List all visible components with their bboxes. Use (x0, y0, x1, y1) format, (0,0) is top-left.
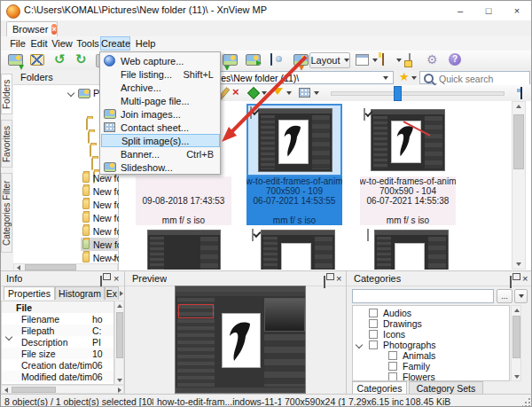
scroll-thumb[interactable] (12, 387, 56, 393)
scroll-down-icon[interactable] (117, 379, 122, 382)
thumbnail-checkbox-checked[interactable] (250, 106, 252, 119)
settings-gear-icon[interactable]: ⚙ (426, 52, 438, 67)
property-row[interactable]: Creation date/time 06 (2, 359, 113, 371)
menu-view[interactable]: View (51, 36, 74, 51)
thumbnails-v-scrollbar[interactable] (512, 101, 526, 270)
category-row[interactable]: Photographs (353, 340, 509, 350)
folder-icon[interactable] (86, 118, 88, 130)
folder-icon[interactable] (91, 158, 93, 170)
category-row[interactable]: Family (353, 361, 509, 372)
thumbnail-size-slider-handle[interactable] (394, 86, 402, 101)
info-h-scrollbar[interactable] (1, 385, 124, 394)
checkbox-unchecked[interactable] (369, 309, 378, 317)
category-row[interactable]: Icons (353, 329, 509, 340)
copy-to-icon[interactable] (223, 54, 238, 66)
checkbox-unchecked[interactable] (388, 372, 397, 381)
scroll-thumb[interactable] (513, 114, 524, 169)
scroll-up-icon[interactable] (516, 105, 521, 108)
scroll-thumb[interactable] (25, 264, 76, 270)
folder-row[interactable]: New folder (1 (82, 224, 119, 238)
expand-chevron-icon[interactable] (356, 341, 363, 348)
clear-filter-icon[interactable]: × (232, 86, 239, 98)
filter-funnel-icon[interactable] (272, 88, 283, 95)
thumbnail-image[interactable] (371, 109, 445, 171)
browser-tab[interactable]: Browser × (6, 21, 58, 36)
float-panel-icon[interactable] (324, 276, 325, 288)
menu-item-archive[interactable]: Archive... (101, 81, 220, 94)
folder-row-selected[interactable]: New folder (1 (81, 238, 121, 251)
menu-edit[interactable]: Edit (29, 36, 49, 51)
thumbnail-image[interactable] (258, 108, 332, 172)
scroll-left-icon[interactable] (4, 387, 8, 393)
menu-file[interactable]: File (8, 36, 27, 51)
close-panel-icon[interactable]: × (336, 274, 341, 283)
folder-icon[interactable] (88, 131, 90, 144)
thumbnail-selected[interactable] (246, 104, 342, 176)
scroll-down-icon[interactable] (514, 375, 520, 379)
view-mode-dropdown-icon[interactable] (314, 91, 319, 95)
thumbnail-size-slider-track[interactable] (331, 91, 505, 96)
property-row[interactable]: Modified date/time 06 (2, 371, 113, 382)
address-dropdown-icon[interactable] (383, 76, 388, 80)
maximize-button[interactable]: □ (474, 2, 503, 20)
categories-v-scrollbar[interactable] (511, 305, 521, 381)
thumbnail-checkbox-checked[interactable] (252, 229, 254, 241)
scroll-thumb[interactable] (116, 312, 123, 358)
menu-create[interactable]: Create (100, 36, 130, 51)
menu-help[interactable]: Help (134, 36, 157, 51)
menu-item-contact-sheet[interactable]: Contact sheet... (101, 121, 220, 134)
thumbnail-image[interactable] (374, 230, 449, 270)
menu-tools[interactable]: Tools (75, 36, 100, 51)
tab-exif[interactable]: Ex (105, 286, 119, 300)
rotate-right-icon[interactable]: ↻ (75, 52, 87, 67)
menu-item-slideshow[interactable]: Slideshow... (101, 160, 220, 174)
thumbnail-image[interactable] (147, 230, 221, 270)
bookmark-icon[interactable] (382, 53, 384, 66)
fullscreen-icon[interactable] (30, 54, 44, 66)
property-row[interactable]: File size 10 (2, 348, 113, 359)
panes-layout-icon[interactable] (520, 87, 522, 99)
search-input[interactable] (437, 72, 529, 85)
export-image-icon[interactable] (293, 54, 309, 66)
tab-histogram[interactable]: Histogram (55, 286, 105, 300)
menu-item-multi-page-file[interactable]: Multi-page file... (101, 94, 220, 107)
color-label-dropdown-icon[interactable] (262, 91, 267, 95)
expand-chevron-icon[interactable] (67, 90, 74, 97)
layout-button[interactable]: Layout (309, 52, 350, 68)
checkbox-unchecked[interactable] (369, 340, 378, 349)
menu-item-file-listing[interactable]: File listing... Shift+L (101, 67, 220, 81)
batch-rename-icon[interactable] (409, 53, 411, 66)
checkbox-unchecked[interactable] (388, 362, 397, 371)
resize-grip[interactable] (522, 398, 530, 406)
menu-item-banner[interactable]: Banner... Ctrl+B (101, 147, 220, 160)
menu-item-web-capture[interactable]: Web capture... (101, 54, 220, 67)
tab-category-sets[interactable]: Category Sets (409, 381, 483, 395)
category-row[interactable]: Audios (353, 308, 509, 318)
property-row[interactable]: Filepath C: (2, 325, 113, 336)
color-label-icon[interactable] (247, 87, 260, 99)
thumbnail-image[interactable] (261, 230, 335, 270)
thumbnail-checkbox-checked[interactable] (364, 108, 365, 121)
help-icon[interactable]: ? (449, 53, 461, 66)
tab-categories[interactable]: Categories (352, 381, 407, 395)
menu-item-split-images[interactable]: Split image(s)... (101, 134, 220, 147)
rotate-left-icon[interactable]: ↺ (54, 52, 66, 67)
scroll-up-icon[interactable] (117, 304, 122, 308)
capture-icon[interactable] (270, 53, 272, 66)
favorites-dropdown-icon[interactable] (411, 76, 417, 80)
category-dropdown-button[interactable] (514, 289, 528, 303)
group-row-file[interactable]: File (2, 301, 113, 313)
scroll-thumb[interactable] (512, 316, 520, 358)
folder-row[interactable]: New folder (7 (82, 184, 119, 198)
property-row[interactable]: Filename ho (2, 313, 113, 325)
property-row[interactable]: Description PI (2, 336, 113, 348)
bookmark-dropdown-icon[interactable] (396, 59, 402, 62)
view-mode-icon[interactable] (299, 88, 310, 98)
favorites-star-icon[interactable]: ★ (399, 70, 410, 83)
checkbox-unchecked[interactable] (369, 319, 378, 328)
filter-dropdown-icon[interactable] (286, 91, 292, 95)
thumbnail-checkbox-unchecked[interactable] (367, 229, 369, 241)
category-more-button[interactable]: ... (497, 289, 512, 303)
tab-close-icon[interactable]: × (51, 24, 57, 35)
scroll-up-icon[interactable] (514, 309, 520, 312)
